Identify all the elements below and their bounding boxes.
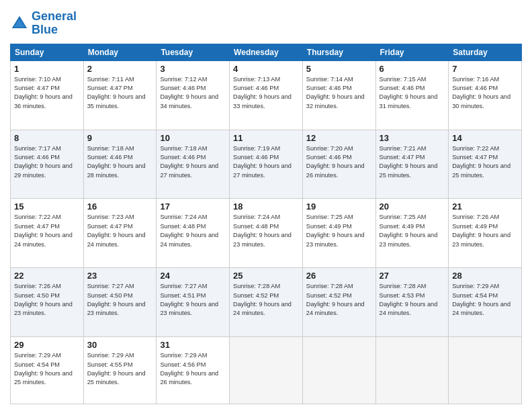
logo-text: General Blue <box>32 10 77 37</box>
calendar-cell: 16 Sunrise: 7:23 AM Sunset: 4:47 PM Dayl… <box>83 199 157 268</box>
day-number: 11 <box>233 133 299 143</box>
calendar-cell: 4 Sunrise: 7:13 AM Sunset: 4:46 PM Dayli… <box>230 60 303 130</box>
col-header-tuesday: Tuesday <box>157 44 230 60</box>
calendar-cell: 9 Sunrise: 7:18 AM Sunset: 4:46 PM Dayli… <box>83 130 157 199</box>
calendar-cell <box>375 337 449 404</box>
day-number: 15 <box>14 201 80 212</box>
col-header-friday: Friday <box>375 44 449 60</box>
day-number: 21 <box>452 201 518 212</box>
day-number: 14 <box>452 133 518 143</box>
day-info: Sunrise: 7:25 AM Sunset: 4:49 PM Dayligh… <box>380 214 438 247</box>
day-info: Sunrise: 7:28 AM Sunset: 4:52 PM Dayligh… <box>233 283 292 316</box>
calendar-cell: 6 Sunrise: 7:15 AM Sunset: 4:46 PM Dayli… <box>375 60 449 130</box>
day-number: 27 <box>380 271 445 281</box>
calendar-cell: 15 Sunrise: 7:22 AM Sunset: 4:47 PM Dayl… <box>11 199 84 268</box>
day-info: Sunrise: 7:24 AM Sunset: 4:48 PM Dayligh… <box>160 214 218 247</box>
calendar-cell: 22 Sunrise: 7:26 AM Sunset: 4:50 PM Dayl… <box>11 268 84 337</box>
week-row-4: 22 Sunrise: 7:26 AM Sunset: 4:50 PM Dayl… <box>11 268 522 337</box>
day-number: 9 <box>87 133 153 143</box>
calendar-cell <box>230 337 303 404</box>
day-number: 4 <box>233 64 299 74</box>
calendar-cell: 27 Sunrise: 7:28 AM Sunset: 4:53 PM Dayl… <box>375 268 449 337</box>
day-number: 30 <box>87 340 153 350</box>
day-info: Sunrise: 7:28 AM Sunset: 4:53 PM Dayligh… <box>380 283 438 316</box>
calendar-cell: 20 Sunrise: 7:25 AM Sunset: 4:49 PM Dayl… <box>375 199 449 268</box>
day-info: Sunrise: 7:24 AM Sunset: 4:48 PM Dayligh… <box>233 214 292 247</box>
week-row-1: 1 Sunrise: 7:10 AM Sunset: 4:47 PM Dayli… <box>11 60 522 130</box>
day-info: Sunrise: 7:29 AM Sunset: 4:55 PM Dayligh… <box>87 352 146 385</box>
page: General Blue SundayMondayTuesdayWednesda… <box>0 0 532 411</box>
calendar-cell: 21 Sunrise: 7:26 AM Sunset: 4:49 PM Dayl… <box>449 199 522 268</box>
day-info: Sunrise: 7:22 AM Sunset: 4:47 PM Dayligh… <box>452 145 511 179</box>
day-number: 2 <box>87 64 153 74</box>
calendar-cell: 14 Sunrise: 7:22 AM Sunset: 4:47 PM Dayl… <box>449 130 522 199</box>
day-number: 20 <box>380 201 445 212</box>
day-info: Sunrise: 7:29 AM Sunset: 4:54 PM Dayligh… <box>14 352 73 385</box>
calendar-cell: 18 Sunrise: 7:24 AM Sunset: 4:48 PM Dayl… <box>230 199 303 268</box>
day-number: 8 <box>14 133 80 143</box>
day-number: 22 <box>14 271 80 281</box>
day-info: Sunrise: 7:16 AM Sunset: 4:46 PM Dayligh… <box>452 76 511 109</box>
day-number: 16 <box>87 201 153 212</box>
calendar-cell: 19 Sunrise: 7:25 AM Sunset: 4:49 PM Dayl… <box>302 199 375 268</box>
day-info: Sunrise: 7:25 AM Sunset: 4:49 PM Dayligh… <box>306 214 365 247</box>
calendar-cell: 11 Sunrise: 7:19 AM Sunset: 4:46 PM Dayl… <box>230 130 303 199</box>
day-info: Sunrise: 7:13 AM Sunset: 4:46 PM Dayligh… <box>233 76 292 109</box>
calendar-cell: 23 Sunrise: 7:27 AM Sunset: 4:50 PM Dayl… <box>83 268 157 337</box>
calendar-cell: 31 Sunrise: 7:29 AM Sunset: 4:56 PM Dayl… <box>157 337 230 404</box>
day-number: 1 <box>14 64 80 74</box>
day-info: Sunrise: 7:12 AM Sunset: 4:46 PM Dayligh… <box>160 76 218 109</box>
day-number: 17 <box>160 201 226 212</box>
calendar-cell: 29 Sunrise: 7:29 AM Sunset: 4:54 PM Dayl… <box>11 337 84 404</box>
day-info: Sunrise: 7:10 AM Sunset: 4:47 PM Dayligh… <box>14 76 73 109</box>
calendar-table: SundayMondayTuesdayWednesdayThursdayFrid… <box>10 44 522 404</box>
day-number: 29 <box>14 340 80 350</box>
day-number: 10 <box>160 133 226 143</box>
day-info: Sunrise: 7:11 AM Sunset: 4:47 PM Dayligh… <box>87 76 146 109</box>
col-header-wednesday: Wednesday <box>230 44 303 60</box>
header: General Blue <box>10 10 522 37</box>
day-number: 18 <box>233 201 299 212</box>
col-header-sunday: Sunday <box>11 44 84 60</box>
day-info: Sunrise: 7:26 AM Sunset: 4:50 PM Dayligh… <box>14 283 73 316</box>
day-number: 3 <box>160 64 226 74</box>
calendar-cell: 25 Sunrise: 7:28 AM Sunset: 4:52 PM Dayl… <box>230 268 303 337</box>
calendar-cell: 2 Sunrise: 7:11 AM Sunset: 4:47 PM Dayli… <box>83 60 157 130</box>
day-number: 13 <box>380 133 445 143</box>
logo-icon <box>10 14 29 33</box>
day-number: 25 <box>233 271 299 281</box>
week-row-5: 29 Sunrise: 7:29 AM Sunset: 4:54 PM Dayl… <box>11 337 522 404</box>
calendar-cell: 26 Sunrise: 7:28 AM Sunset: 4:52 PM Dayl… <box>302 268 375 337</box>
calendar-cell: 28 Sunrise: 7:29 AM Sunset: 4:54 PM Dayl… <box>449 268 522 337</box>
calendar-cell: 24 Sunrise: 7:27 AM Sunset: 4:51 PM Dayl… <box>157 268 230 337</box>
day-info: Sunrise: 7:17 AM Sunset: 4:46 PM Dayligh… <box>14 145 73 179</box>
day-info: Sunrise: 7:27 AM Sunset: 4:50 PM Dayligh… <box>87 283 146 316</box>
day-number: 31 <box>160 340 226 350</box>
day-info: Sunrise: 7:29 AM Sunset: 4:54 PM Dayligh… <box>452 283 511 316</box>
day-number: 28 <box>452 271 518 281</box>
calendar-cell: 10 Sunrise: 7:18 AM Sunset: 4:46 PM Dayl… <box>157 130 230 199</box>
day-number: 7 <box>452 64 518 74</box>
day-number: 26 <box>306 271 372 281</box>
day-number: 12 <box>306 133 372 143</box>
day-info: Sunrise: 7:27 AM Sunset: 4:51 PM Dayligh… <box>160 283 218 316</box>
day-info: Sunrise: 7:28 AM Sunset: 4:52 PM Dayligh… <box>306 283 365 316</box>
calendar-cell: 3 Sunrise: 7:12 AM Sunset: 4:46 PM Dayli… <box>157 60 230 130</box>
day-info: Sunrise: 7:22 AM Sunset: 4:47 PM Dayligh… <box>14 214 73 247</box>
day-info: Sunrise: 7:20 AM Sunset: 4:46 PM Dayligh… <box>306 145 365 179</box>
day-info: Sunrise: 7:29 AM Sunset: 4:56 PM Dayligh… <box>160 352 218 385</box>
calendar-header-row: SundayMondayTuesdayWednesdayThursdayFrid… <box>11 44 522 60</box>
calendar-cell <box>449 337 522 404</box>
day-info: Sunrise: 7:26 AM Sunset: 4:49 PM Dayligh… <box>452 214 511 247</box>
calendar-cell: 1 Sunrise: 7:10 AM Sunset: 4:47 PM Dayli… <box>11 60 84 130</box>
week-row-3: 15 Sunrise: 7:22 AM Sunset: 4:47 PM Dayl… <box>11 199 522 268</box>
calendar-cell: 12 Sunrise: 7:20 AM Sunset: 4:46 PM Dayl… <box>302 130 375 199</box>
day-info: Sunrise: 7:14 AM Sunset: 4:46 PM Dayligh… <box>306 76 365 109</box>
logo: General Blue <box>10 10 77 37</box>
col-header-saturday: Saturday <box>449 44 522 60</box>
calendar-cell <box>302 337 375 404</box>
col-header-thursday: Thursday <box>302 44 375 60</box>
calendar-cell: 30 Sunrise: 7:29 AM Sunset: 4:55 PM Dayl… <box>83 337 157 404</box>
day-number: 24 <box>160 271 226 281</box>
day-number: 19 <box>306 201 372 212</box>
